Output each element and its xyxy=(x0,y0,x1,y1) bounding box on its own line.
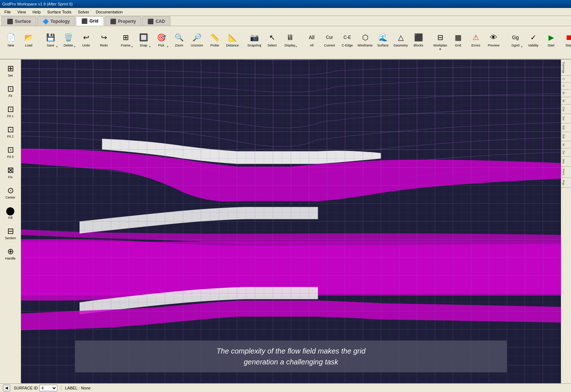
btn-surface[interactable]: 🌊 Surface xyxy=(374,30,392,56)
tab-topology[interactable]: 🔷 Topology xyxy=(37,16,75,26)
btn-ggrid[interactable]: Gg Ggrid ▼ xyxy=(507,30,524,56)
btn-snap[interactable]: 🔲 Snap ▼ xyxy=(135,30,152,56)
btn-current-label: Current xyxy=(324,44,335,48)
pick-icon: 🎯 xyxy=(155,32,167,43)
rpanel-de[interactable]: De xyxy=(561,148,571,157)
btn-redo[interactable]: ↪ Redo xyxy=(95,30,113,56)
btn-unzoom[interactable]: 🔎 Unzoom xyxy=(188,30,206,56)
btn-grid-tb[interactable]: ▦ Grid xyxy=(449,30,467,56)
ggrid-icon: Gg xyxy=(510,32,521,43)
status-nav: ◀ xyxy=(3,385,10,391)
btn-stop[interactable]: ⏹ Stop xyxy=(560,30,571,56)
btn-select[interactable]: ↖ Select xyxy=(263,30,281,56)
btn-all[interactable]: All All xyxy=(303,30,320,56)
tab-grid[interactable]: ⬛ Grid xyxy=(76,16,104,26)
menu-documentation[interactable]: Documentation xyxy=(93,9,126,15)
btn-wireframe[interactable]: ⬡ Wireframe xyxy=(356,30,374,56)
tab-property[interactable]: ⬛ Property xyxy=(105,16,141,26)
btn-preview[interactable]: 👁 Preview xyxy=(485,30,502,56)
frame-dropdown-arrow: ▼ xyxy=(131,45,133,48)
rpanel-c1[interactable]: C xyxy=(561,76,571,83)
start-icon: ▶ xyxy=(545,32,557,43)
sidebar-btn-fit[interactable]: ⊡ Fit xyxy=(1,81,20,101)
sidebar-btn-set[interactable]: ⊞ Set xyxy=(1,61,20,81)
menu-file[interactable]: File xyxy=(1,9,14,15)
btn-zoom[interactable]: 🔍 Zoom xyxy=(170,30,188,56)
btn-geometry[interactable]: △ Geometry xyxy=(392,30,409,56)
rpanel-edi1[interactable]: Edi xyxy=(561,123,571,132)
tab-cad[interactable]: ⬛ CAD xyxy=(142,16,170,26)
btn-blocks[interactable]: ⬛ Blocks xyxy=(410,30,427,56)
status-bar: ◀ SURFACE ID 4 1 2 3 LABEL : None xyxy=(0,383,571,392)
sidebar-btn-center[interactable]: ⊙ Center xyxy=(1,183,20,203)
rpanel-edi2[interactable]: Edi xyxy=(561,132,571,141)
btn-probe-label: Probe xyxy=(210,44,219,48)
zoom-icon: 🔍 xyxy=(173,32,185,43)
btn-validity[interactable]: ✓ Validity xyxy=(525,30,542,56)
grid-tb-icon: ▦ xyxy=(452,32,464,43)
rpanel-peric[interactable]: Peric xyxy=(561,167,571,178)
btn-errors[interactable]: ⚠ Errors xyxy=(467,30,485,56)
status-prev-btn[interactable]: ◀ xyxy=(3,385,10,391)
btn-snapshot[interactable]: 📷 Snapshot ▼ xyxy=(246,30,263,56)
sidebar-btn-fit3[interactable]: ⊡ Fit 3 xyxy=(1,142,20,162)
rpanel-pop[interactable]: Pop xyxy=(561,178,571,188)
surface-tab-icon: ⬛ xyxy=(7,19,13,24)
btn-current[interactable]: Cur Current xyxy=(321,30,338,56)
rpanel-w2[interactable]: W xyxy=(561,141,571,149)
btn-new[interactable]: 📄 New xyxy=(2,30,20,56)
btn-undo[interactable]: ↩ Undo xyxy=(77,30,95,56)
btn-cedge[interactable]: C-E C-Edge xyxy=(339,30,356,56)
btn-distance[interactable]: 📐 Distance xyxy=(224,30,241,56)
btn-start[interactable]: ▶ Start xyxy=(542,30,560,56)
toolbar-group-display: 📷 Snapshot ▼ ↖ Select 🖥 Display ▼ xyxy=(246,30,299,56)
btn-workplane[interactable]: ⊟ Workplane xyxy=(432,30,449,56)
sidebar-btn-fit1[interactable]: ⊡ Fit 1 xyxy=(1,102,20,121)
viewport[interactable]: The complexity of the flow field makes t… xyxy=(21,60,561,383)
sidebar-btn-section[interactable]: ⊟ Section xyxy=(1,224,20,243)
menu-surface-tools[interactable]: Surface Tools xyxy=(44,9,74,15)
cad-tab-icon: ⬛ xyxy=(147,19,154,24)
rpanel-ass[interactable]: Ass xyxy=(561,157,571,166)
section-icon: ⊟ xyxy=(7,226,14,236)
rpanel-topology[interactable]: Topology xyxy=(561,60,571,76)
menu-solver[interactable]: Solver xyxy=(75,9,92,15)
status-surface-id-group: SURFACE ID 4 1 2 3 xyxy=(14,385,57,391)
tab-surface[interactable]: ⬛ Surface xyxy=(1,16,36,26)
btn-pick[interactable]: 🎯 Pick ▼ xyxy=(153,30,170,56)
preview-icon: 👁 xyxy=(488,32,499,43)
rpanel-sur[interactable]: Sur xyxy=(561,114,571,123)
sidebar-btn-fit2[interactable]: ⊡ Fit 2 xyxy=(1,122,20,142)
wireframe-icon: ⬡ xyxy=(359,32,371,43)
tab-property-label: Property xyxy=(118,19,136,24)
fit2-label: Fit 2 xyxy=(7,135,14,139)
btn-display[interactable]: 🖥 Display ▼ xyxy=(281,30,299,56)
menu-help[interactable]: Help xyxy=(29,9,44,15)
btn-delete[interactable]: 🗑️ Delete ▼ xyxy=(60,30,77,56)
sidebar-btn-handle[interactable]: ⊕ Handle xyxy=(1,244,20,264)
rpanel-er[interactable]: Er xyxy=(561,90,571,97)
undo-icon: ↩ xyxy=(80,32,92,43)
status-surface-select[interactable]: 4 1 2 3 xyxy=(39,385,57,391)
btn-probe[interactable]: 📏 Probe xyxy=(206,30,223,56)
rpanel-cre[interactable]: Cre xyxy=(561,105,571,114)
btn-load[interactable]: 📂 Load xyxy=(20,30,37,56)
btn-surface-label: Surface xyxy=(377,44,388,48)
menu-view[interactable]: View xyxy=(15,9,29,15)
app-title: GridPro Workspace v1.9 (After Sprint 6) xyxy=(2,2,73,6)
center-label: Center xyxy=(5,196,15,200)
btn-frame[interactable]: ⊞ Frame ▼ xyxy=(117,30,134,56)
btn-distance-label: Distance xyxy=(226,44,239,48)
btn-wireframe-label: Wireframe xyxy=(357,44,373,48)
btn-save[interactable]: 💾 Save ▼ xyxy=(42,30,59,56)
sidebar-btn-fill[interactable]: ⬤ Fill xyxy=(1,203,20,223)
fit2-icon: ⊡ xyxy=(7,125,14,134)
sidebar-btn-fix[interactable]: ⊠ Fix xyxy=(1,163,20,182)
btn-cedge-label: C-Edge xyxy=(342,44,353,48)
btn-all-label: All xyxy=(310,44,313,48)
rpanel-c2[interactable]: C xyxy=(561,83,571,90)
rpanel-w[interactable]: W xyxy=(561,97,571,105)
btn-load-label: Load xyxy=(25,44,32,48)
btn-unzoom-label: Unzoom xyxy=(191,44,203,48)
fix-icon: ⊠ xyxy=(7,166,14,175)
